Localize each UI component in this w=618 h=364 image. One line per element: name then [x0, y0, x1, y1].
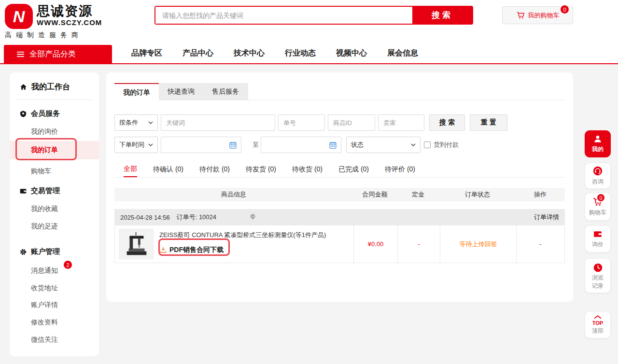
float-history-label-1: 浏览	[592, 274, 604, 281]
order-group: 2025-04-28 14:56 订单号: 10024 订单详情	[114, 209, 565, 263]
member-badge-icon	[19, 110, 27, 118]
download-icon	[159, 246, 167, 254]
status-select[interactable]: 状态	[346, 137, 421, 153]
float-mine-button[interactable]: 我的	[585, 130, 611, 157]
all-categories-button[interactable]: 全部产品分类	[4, 45, 112, 63]
nav-item-tech-center[interactable]: 技术中心	[234, 48, 265, 58]
chevron-down-icon	[148, 121, 153, 124]
message-bubble-icon[interactable]	[249, 213, 256, 221]
float-cart-badge: 0	[596, 193, 605, 202]
wallet-icon	[19, 187, 27, 195]
back-to-top-button[interactable]: TOP 顶部	[585, 311, 611, 338]
float-consult-button[interactable]: 咨询	[585, 163, 611, 189]
main-navbar: 全部产品分类 品牌专区 产品中心 技术中心 行业动态 视频中心 展会信息	[0, 43, 618, 64]
nav-links: 品牌专区 产品中心 技术中心 行业动态 视频中心 展会信息	[131, 43, 418, 63]
status-select-value: 状态	[351, 140, 364, 149]
filter-search-button[interactable]: 搜 索	[429, 114, 465, 131]
home-icon	[19, 83, 28, 91]
condition-select[interactable]: 按条件	[114, 114, 158, 131]
order-row: ZEISS蔡司 CONTURA 紧凑型桥式三坐标测量仪(等1件产品) PDF销售…	[114, 225, 565, 263]
status-tab-all[interactable]: 全部	[124, 162, 137, 177]
date-from-input[interactable]	[161, 137, 241, 153]
status-tab-completed[interactable]: 已完成 (0)	[338, 162, 369, 177]
chevron-down-icon	[411, 143, 416, 146]
search-bar: 搜索	[154, 6, 473, 25]
sidebar-item-wechat-follow[interactable]: 微信关注	[10, 333, 99, 347]
cod-checkbox[interactable]	[424, 141, 431, 148]
all-categories-label: 全部产品分类	[29, 49, 76, 59]
sidebar-item-my-inquiries[interactable]: 我的询价	[10, 125, 99, 139]
status-tab-pending-receipt[interactable]: 待收货 (0)	[292, 162, 323, 177]
status-tab-pending-confirm[interactable]: 待确认 (0)	[153, 162, 183, 177]
top-text: TOP	[592, 321, 603, 325]
tab-my-orders[interactable]: 我的订单	[114, 83, 159, 101]
col-product-info: 商品信息	[114, 190, 353, 199]
order-tabs-row: 我的订单 快递查询 售后服务	[114, 83, 565, 100]
sidebar-section-label: 账户管理	[31, 247, 60, 256]
status-tab-pending-shipment[interactable]: 待发货 (0)	[246, 162, 276, 177]
product-name[interactable]: ZEISS蔡司 CONTURA 紧凑型桥式三坐标测量仪(等1件产品)	[159, 231, 326, 239]
main-content: 我的订单 快递查询 售后服务 按条件 搜 索 重 置 下单时间 至 状态	[106, 72, 573, 302]
sidebar-item-my-footprints[interactable]: 我的足迹	[10, 219, 99, 234]
sidebar-item-cart[interactable]: 购物车	[10, 164, 99, 179]
deposit-value: -	[397, 225, 440, 263]
brand-letter: N	[13, 7, 25, 26]
cod-checkbox-group[interactable]: 货到付款	[424, 140, 459, 149]
date-range-to-label: 至	[253, 140, 259, 149]
brand-logo[interactable]: N 思诚资源 WWW.SCZY.COM 高端制造服务商	[5, 4, 102, 40]
person-icon	[593, 134, 603, 144]
date-to-input[interactable]	[261, 137, 341, 153]
keyword-input[interactable]	[161, 114, 275, 131]
product-id-input[interactable]	[328, 114, 375, 131]
float-toolbar: 我的 咨询 0 购物车 询价 浏览 记录 TOP 顶部	[585, 0, 612, 364]
sidebar-section-label: 交易管理	[31, 186, 60, 196]
nav-item-video-center[interactable]: 视频中心	[336, 48, 367, 58]
wallet-icon	[593, 229, 603, 239]
sidebar: 我的工作台 会员服务 我的询价 我的订单 购物车 交易管理 我的收藏 我的足迹 …	[10, 72, 99, 356]
sidebar-item-shipping-address[interactable]: 收货地址	[10, 281, 99, 295]
nav-item-brand-zone[interactable]: 品牌专区	[131, 48, 162, 58]
cod-label: 货到付款	[434, 140, 459, 149]
sidebar-item-my-favorites[interactable]: 我的收藏	[10, 202, 99, 216]
order-time-select[interactable]: 下单时间	[114, 137, 158, 153]
product-cell: ZEISS蔡司 CONTURA 紧凑型桥式三坐标测量仪(等1件产品) PDF销售…	[115, 225, 353, 263]
cart-count-badge: 0	[561, 5, 569, 14]
float-cart-button[interactable]: 0 购物车	[585, 193, 611, 221]
nav-item-product-center[interactable]: 产品中心	[183, 48, 213, 58]
col-contract-amount: 合同金额	[353, 190, 397, 199]
sidebar-item-notifications[interactable]: 消息通知	[10, 264, 99, 278]
calendar-icon	[329, 141, 337, 149]
nav-item-industry-news[interactable]: 行业动态	[285, 48, 316, 58]
sidebar-workbench[interactable]: 我的工作台	[19, 82, 92, 92]
filter-row-2: 下单时间 至 状态 货到付款	[114, 137, 565, 153]
product-image[interactable]	[119, 229, 154, 259]
pdf-contract-download-link[interactable]: PDF销售合同下载	[159, 246, 326, 254]
float-history-button[interactable]: 浏览 记录	[585, 258, 611, 293]
order-group-header: 2025-04-28 14:56 订单号: 10024 订单详情	[114, 209, 565, 225]
status-tab-pending-payment[interactable]: 待付款 (0)	[199, 162, 230, 177]
seller-input[interactable]	[378, 114, 424, 131]
order-status-tabs: 全部 待确认 (0) 待付款 (0) 待发货 (0) 待收货 (0) 已完成 (…	[114, 162, 565, 178]
condition-select-value: 按条件	[119, 118, 138, 127]
order-number-input[interactable]	[278, 114, 325, 131]
brand-tagline: 高端制造服务商	[5, 31, 102, 40]
chevron-up-icon	[593, 315, 602, 319]
sidebar-workbench-label: 我的工作台	[31, 82, 70, 92]
headset-icon	[592, 166, 603, 176]
filter-reset-button[interactable]: 重 置	[470, 114, 507, 131]
order-status-value: 等待上传回签	[440, 225, 516, 263]
sidebar-item-edit-profile[interactable]: 修改资料	[10, 315, 99, 330]
tab-after-sales[interactable]: 售后服务	[203, 83, 248, 100]
sidebar-item-account-details[interactable]: 账户详情	[10, 298, 99, 312]
notification-count-badge: 2	[64, 261, 72, 269]
status-tab-pending-review[interactable]: 待评价 (0)	[385, 162, 415, 177]
tab-express-tracking[interactable]: 快递查询	[159, 83, 203, 100]
float-inquiry-label: 询价	[592, 240, 604, 249]
my-cart-button[interactable]: 我的购物车 0	[502, 6, 573, 24]
float-inquiry-button[interactable]: 询价	[585, 225, 611, 252]
search-button[interactable]: 搜索	[412, 7, 472, 24]
order-detail-link[interactable]: 订单详情	[534, 213, 559, 222]
nav-item-exhibition-info[interactable]: 展会信息	[387, 48, 418, 58]
sidebar-item-my-orders[interactable]: 我的订单	[10, 141, 99, 159]
search-input[interactable]	[155, 7, 412, 24]
